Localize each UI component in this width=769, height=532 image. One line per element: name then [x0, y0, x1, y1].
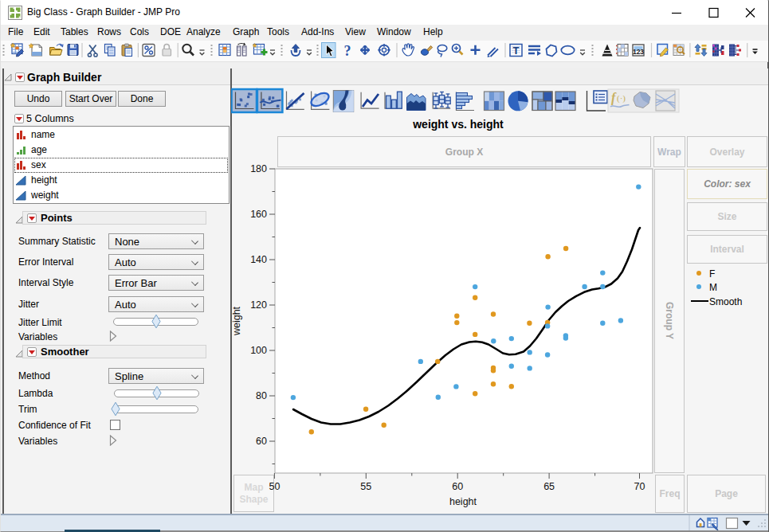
svg-text:100: 100: [250, 345, 267, 356]
svg-text:T: T: [513, 45, 520, 57]
svg-text:weight: weight: [232, 306, 242, 336]
svg-text:120: 120: [250, 299, 267, 311]
svg-text:123: 123: [633, 48, 644, 56]
svg-text:70: 70: [634, 481, 645, 492]
svg-text:140: 140: [250, 254, 267, 265]
svg-text:50: 50: [269, 481, 280, 492]
svg-text:80: 80: [256, 390, 267, 401]
svg-text:height: height: [449, 496, 477, 507]
svg-text:180: 180: [250, 163, 267, 174]
svg-text:160: 160: [250, 209, 267, 220]
svg-text:?: ?: [344, 43, 351, 59]
svg-text:60: 60: [256, 436, 267, 447]
svg-text:65: 65: [543, 481, 555, 492]
svg-text:(·): (·): [617, 93, 626, 104]
svg-text:55: 55: [360, 481, 371, 492]
svg-text:60: 60: [452, 481, 463, 492]
